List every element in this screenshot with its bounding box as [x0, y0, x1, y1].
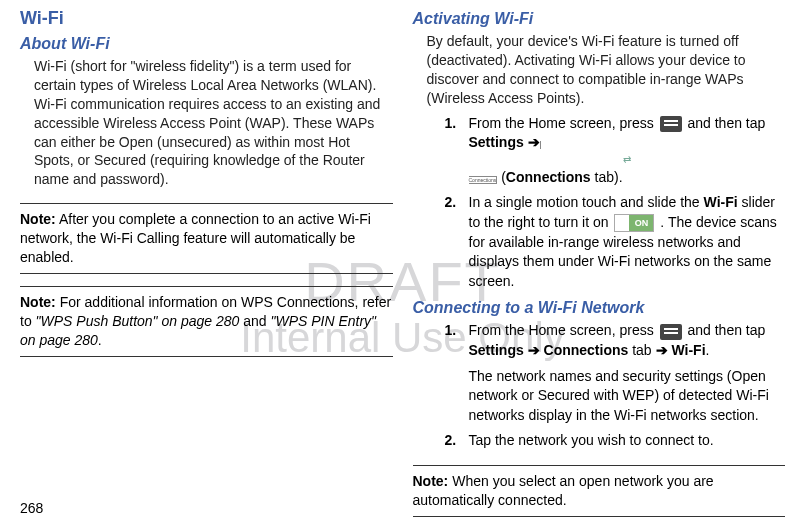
note-label: Note:: [413, 473, 449, 489]
step-text: .: [706, 342, 710, 358]
step-text: tab).: [591, 169, 623, 185]
note-text-part: .: [98, 332, 102, 348]
step-number: 2.: [445, 193, 469, 291]
step-text: From the Home screen, press: [469, 115, 658, 131]
heading-wifi: Wi-Fi: [20, 8, 393, 29]
settings-label: Settings: [469, 134, 524, 150]
arrow-icon: ➔: [656, 342, 672, 358]
note-text: After you complete a connection to an ac…: [20, 211, 371, 265]
step-1: 1. From the Home screen, press and then …: [445, 114, 786, 188]
step-2: 2. In a single motion touch and slide th…: [445, 193, 786, 291]
wifi-label: Wi-Fi: [704, 194, 738, 210]
note-open-network: Note: When you select an open network yo…: [413, 465, 786, 517]
arrow-icon: ➔: [524, 134, 540, 150]
connect-step-2: 2. Tap the network you wish to connect t…: [445, 431, 786, 451]
activating-paragraph: By default, your device's Wi-Fi feature …: [427, 32, 786, 108]
wifi-label: Wi-Fi: [671, 342, 705, 358]
settings-label: Settings: [469, 342, 524, 358]
connections-tab-label: Connections: [506, 169, 591, 185]
left-column: Wi-Fi About Wi-Fi Wi-Fi (short for "wire…: [20, 8, 393, 516]
note-text-part: and: [239, 313, 270, 329]
connections-icon-glyph: ⇄: [469, 153, 786, 168]
note-text: When you select an open network you are …: [413, 473, 714, 508]
right-column: Activating Wi-Fi By default, your device…: [413, 8, 786, 516]
connections-icon-label: Connections: [469, 177, 497, 183]
step-number: 2.: [445, 431, 469, 451]
connect-step-1: 1. From the Home screen, press and then …: [445, 321, 786, 360]
on-toggle-text: ON: [629, 215, 653, 231]
page-content: Wi-Fi About Wi-Fi Wi-Fi (short for "wire…: [0, 0, 805, 526]
step-content: In a single motion touch and slide the W…: [469, 193, 786, 291]
step-text: and then tap: [684, 115, 766, 131]
heading-connecting-wifi: Connecting to a Wi-Fi Network: [413, 299, 786, 317]
note-label: Note:: [20, 211, 56, 227]
step-number: 1.: [445, 321, 469, 360]
step-content: From the Home screen, press and then tap…: [469, 321, 786, 360]
step-content: Tap the network you wish to connect to.: [469, 431, 786, 451]
heading-about-wifi: About Wi-Fi: [20, 35, 393, 53]
note-wps: Note: For additional information on WPS …: [20, 286, 393, 357]
connect-step-1-sub: The network names and security settings …: [469, 367, 786, 426]
note-label: Note:: [20, 294, 56, 310]
step-text: From the Home screen, press: [469, 322, 658, 338]
page-number: 268: [20, 500, 43, 516]
step-text: and then tap: [684, 322, 766, 338]
heading-activating-wifi: Activating Wi-Fi: [413, 10, 786, 28]
step-text: In a single motion touch and slide the: [469, 194, 704, 210]
menu-icon: [660, 116, 682, 132]
connections-label: Connections: [544, 342, 629, 358]
step-number: 1.: [445, 114, 469, 188]
step-text: (: [497, 169, 506, 185]
ref-wps-push: "WPS Push Button" on page 280: [36, 313, 240, 329]
note-wifi-calling: Note: After you complete a connection to…: [20, 203, 393, 274]
on-toggle-icon: ON: [614, 214, 654, 232]
menu-icon: [660, 324, 682, 340]
about-wifi-paragraph: Wi-Fi (short for "wireless fidelity") is…: [34, 57, 393, 189]
arrow-icon: ➔: [524, 342, 544, 358]
step-content: From the Home screen, press and then tap…: [469, 114, 786, 188]
step-text: tab: [628, 342, 655, 358]
